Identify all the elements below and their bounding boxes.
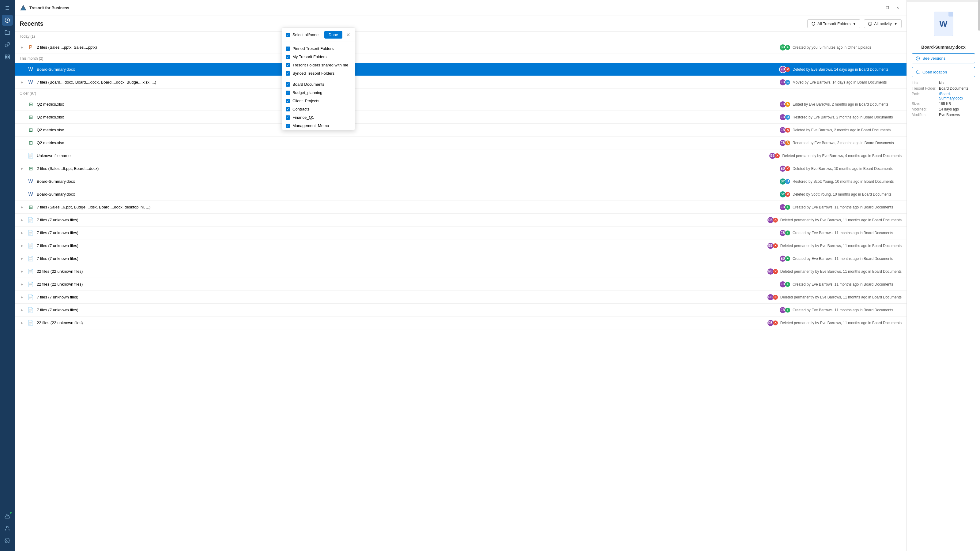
file-name: Board-Summary.docx [37, 179, 779, 184]
action-icon: ✕ [775, 153, 780, 158]
close-button[interactable]: ✕ [894, 6, 902, 10]
dropdown-item[interactable]: ✓Synced Tresorit Folders [282, 69, 355, 78]
table-row[interactable]: ▶P2 files (Sales....pptx, Sales....pptx)… [15, 41, 907, 54]
table-row[interactable]: ▶📄22 files (22 unknown files)EB✕Deleted … [15, 265, 907, 278]
minimize-button[interactable]: — [873, 6, 881, 10]
open-location-button[interactable]: Open location [912, 67, 975, 77]
expand-icon [20, 128, 24, 133]
table-row[interactable]: WBoard-Summary.docxSY✕Deleted by Scott Y… [15, 188, 907, 201]
checkbox[interactable]: ✓ [286, 91, 290, 95]
expand-icon[interactable]: ▶ [20, 243, 24, 248]
recent-icon[interactable] [2, 15, 13, 26]
select-all-checkbox[interactable]: ✓ [286, 33, 290, 37]
grid-icon[interactable] [2, 51, 13, 62]
table-row[interactable]: ▶⊞2 files (Sales...6.ppt, Board....docx)… [15, 162, 907, 175]
table-row[interactable]: ▶📄7 files (7 unknown files)EB+Created by… [15, 304, 907, 316]
section: This month (2)WBoard-Summary.docxEB✕Dele… [15, 54, 907, 89]
table-row[interactable]: ▶📄7 files (7 unknown files)EB+Created by… [15, 252, 907, 265]
expand-icon[interactable]: ▶ [20, 230, 24, 235]
file-name: 7 files (7 unknown files) [37, 218, 767, 222]
file-icon: 📄 [27, 256, 34, 261]
dropdown-folder-item[interactable]: ✓Board Documents [282, 80, 355, 89]
menu-icon[interactable]: ☰ [2, 2, 13, 13]
expand-icon[interactable]: ▶ [20, 80, 24, 85]
avatar-stack: EB✕ [779, 165, 790, 172]
link-icon[interactable] [2, 39, 13, 50]
dropdown-folder-item[interactable]: ✓Budget_planning [282, 89, 355, 97]
table-row[interactable]: ⊞Q2 metrics.xlsxEBARenamed by Eve Barrow… [15, 137, 907, 149]
checkbox[interactable]: ✓ [286, 124, 290, 128]
word-icon: W [28, 192, 33, 197]
expand-icon[interactable]: ▶ [20, 321, 24, 326]
activity-section: EB+Created by Eve Barrows, 11 months ago… [779, 203, 902, 211]
user-icon[interactable] [2, 523, 13, 534]
alert-icon[interactable] [2, 511, 13, 522]
table-row[interactable]: ▶📄22 files (22 unknown files)EB+Created … [15, 278, 907, 291]
svg-rect-2 [8, 55, 10, 56]
file-name: 7 files (7 unknown files) [37, 256, 779, 261]
checkbox[interactable]: ✓ [286, 83, 290, 87]
action-icon: ✕ [773, 295, 778, 300]
expand-icon[interactable]: ▶ [20, 308, 24, 313]
activity-section: EB↺Restored by Eve Barrows, 2 months ago… [779, 114, 902, 121]
dropdown-folder-item[interactable]: ✓Finance_Q1 [282, 113, 355, 122]
excel-icon: ⊞ [29, 127, 33, 133]
table-row[interactable]: ▶📄22 files (22 unknown files)EB✕Deleted … [15, 316, 907, 329]
avatar-stack: EB✕ [767, 268, 778, 275]
expand-icon[interactable]: ▶ [20, 218, 24, 222]
maximize-button[interactable]: ❐ [883, 6, 891, 10]
table-row[interactable]: ⊞Q2 metrics.xlsxEB✎Edited by Eve Barrows… [15, 98, 907, 111]
expand-icon [20, 67, 24, 72]
checkbox[interactable]: ✓ [286, 99, 290, 103]
svg-point-8 [7, 540, 8, 541]
excel-icon: ⊞ [29, 140, 33, 146]
dropdown-item[interactable]: ✓Pinned Tresorit Folders [282, 44, 355, 52]
file-name: Board-Summary.docx [37, 67, 779, 71]
table-row[interactable]: WBoard-Summary.docxEB✕Deleted by Eve Bar… [15, 63, 907, 76]
table-row[interactable]: ⊞Q2 metrics.xlsxEB✕Deleted by Eve Barrow… [15, 124, 907, 137]
table-row[interactable]: ▶W7 files (Board....docx, Board....docx,… [15, 76, 907, 89]
table-row[interactable]: 📄Unknown file nameEB✕Deleted permanently… [15, 149, 907, 162]
table-row[interactable]: ▶📄7 files (7 unknown files)EB✕Deleted pe… [15, 214, 907, 227]
checkbox[interactable]: ✓ [286, 46, 290, 51]
folder-icon[interactable] [2, 27, 13, 38]
table-row[interactable]: ▶📄7 files (7 unknown files)EB+Created by… [15, 227, 907, 240]
done-button[interactable]: Done [324, 31, 342, 38]
expand-icon[interactable]: ▶ [20, 256, 24, 261]
dropdown-item[interactable]: ✓My Tresorit Folders [282, 52, 355, 61]
table-row[interactable]: ▶📄7 files (7 unknown files)EB✕Deleted pe… [15, 291, 907, 304]
table-row[interactable]: ▶📄7 files (7 unknown files)EB✕Deleted pe… [15, 240, 907, 252]
expand-icon[interactable]: ▶ [20, 282, 24, 287]
table-row[interactable]: ⊞Q2 metrics.xlsxEB↺Restored by Eve Barro… [15, 111, 907, 124]
see-versions-button[interactable]: See versions [912, 53, 975, 64]
file-name: 2 files (Sales...6.ppt, Board....docx) [37, 166, 779, 171]
checkbox[interactable]: ✓ [286, 107, 290, 111]
table-row[interactable]: ▶⊞7 files (Sales...6.ppt, Budge....xlsx,… [15, 201, 907, 214]
avatar-stack: EB✕ [767, 294, 778, 301]
table-row[interactable]: WBoard-Summary.docxSY↺Restored by Scott … [15, 175, 907, 188]
expand-icon[interactable]: ▶ [20, 45, 24, 50]
checkbox[interactable]: ✓ [286, 71, 290, 76]
checkbox[interactable]: ✓ [286, 63, 290, 67]
avatar-stack: EB✕ [769, 152, 780, 159]
dropdown-folder-item[interactable]: ✓Client_Projects [282, 97, 355, 105]
expand-icon[interactable]: ▶ [20, 205, 24, 210]
dropdown-item[interactable]: ✓Tresorit Folders shared with me [282, 61, 355, 69]
action-icon: A [785, 140, 790, 145]
expand-icon[interactable]: ▶ [20, 269, 24, 274]
filter-folders-button[interactable]: All Tresorit Folders ▼ [807, 19, 860, 28]
filter-activity-button[interactable]: All activity ▼ [864, 19, 902, 28]
checkbox[interactable]: ✓ [286, 115, 290, 120]
dropdown-close-button[interactable]: ✕ [345, 32, 351, 38]
section-header: Today (1) [15, 32, 907, 41]
expand-icon[interactable]: ▶ [20, 295, 24, 300]
expand-icon[interactable]: ▶ [20, 166, 24, 171]
dropdown-folder-item[interactable]: ✓Management_Memo [282, 122, 355, 130]
settings-gear-icon[interactable] [2, 535, 13, 546]
dropdown-header: ✓ Select all/none Done ✕ [282, 28, 355, 42]
checkbox[interactable]: ✓ [286, 55, 290, 59]
avatar-stack: EB→ [779, 79, 790, 86]
dropdown-folder-item[interactable]: ✓Contracts [282, 105, 355, 113]
activity-section: EB→Moved by Eve Barrows, 14 days ago in … [779, 79, 902, 86]
top-bar: Recents All Tresorit Folders ▼ All activ… [15, 16, 907, 32]
